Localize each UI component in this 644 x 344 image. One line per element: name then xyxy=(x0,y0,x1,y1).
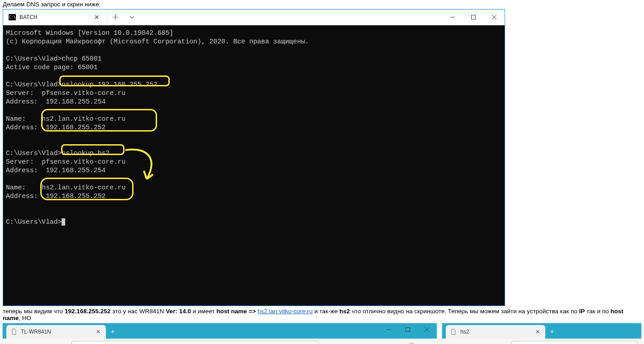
outro-seg: теперь мы видим что xyxy=(3,308,65,315)
outro-text: теперь мы видим что 192.168.255.252 это … xyxy=(3,308,641,321)
terminal-window: C:\ BATCH ✕ Microsof xyxy=(3,9,505,306)
outro-ipword: IP xyxy=(579,308,585,315)
page-icon xyxy=(450,329,457,335)
new-tab-button[interactable] xyxy=(107,9,124,25)
outro-seg: что отлично видно на скриншоте. Теперь м… xyxy=(350,308,579,315)
browser-minimize[interactable] xyxy=(381,323,397,336)
term-line: C:\Users\Vlad>chcp 65001 xyxy=(6,55,102,62)
term-line: C:\Users\Vlad> xyxy=(6,218,62,226)
browser-maximize[interactable] xyxy=(400,323,416,336)
terminal-output[interactable]: Microsoft Windows [Version 10.0.19042.68… xyxy=(3,25,505,306)
browser-tab[interactable]: TL-WR841N ✕ xyxy=(6,325,106,339)
terminal-titlebar[interactable]: C:\ BATCH ✕ xyxy=(3,9,505,25)
address-bar[interactable]: Небезопасно | 192.168.255.252 xyxy=(72,341,319,344)
browser-toolbar-left: Небезопасно | 192.168.255.252 ABP ⋯ xyxy=(3,339,437,344)
outro-link[interactable]: hs2.lan.vitko-core.ru xyxy=(258,308,313,315)
svg-rect-0 xyxy=(472,15,476,19)
favorite-button[interactable] xyxy=(321,340,335,344)
nav-back-button[interactable] xyxy=(446,340,460,344)
tab-dropdown-button[interactable] xyxy=(124,9,140,25)
svg-rect-1 xyxy=(406,328,410,332)
browser-window-left: TL-WR841N ✕ ＋ Небе xyxy=(3,323,437,344)
term-line: (c) Корпорация Майкрософт (Microsoft Cor… xyxy=(6,38,309,45)
browser-tabs-right[interactable]: hs2 ✕ ＋ xyxy=(442,323,641,339)
nav-back-button[interactable] xyxy=(6,340,21,344)
nav-home-button[interactable] xyxy=(55,340,70,344)
outro-ip: 192.168.255.252 xyxy=(65,308,110,315)
term-line: Address: 192.168.255.252 xyxy=(6,124,105,131)
term-line: Address: 192.168.255.254 xyxy=(6,167,105,174)
nav-forward-button[interactable] xyxy=(23,340,37,344)
outro-seg: и имеет xyxy=(191,308,216,315)
term-line: Name: hs2.lan.vitko-core.ru xyxy=(6,115,125,123)
outro-seg: это у нас WR841N xyxy=(110,308,166,315)
highlight-arrow xyxy=(122,142,167,187)
browser-toolbar-right: Небезопасно | hs2/ xyxy=(442,339,641,344)
terminal-tab[interactable]: C:\ BATCH ✕ xyxy=(3,9,107,25)
new-browser-tab[interactable]: ＋ xyxy=(545,325,559,339)
term-line: Name: hs2.lan.vitko-core.ru xyxy=(6,184,125,191)
browser-tab-title: hs2 xyxy=(460,329,531,335)
nav-home-button[interactable] xyxy=(495,340,509,344)
terminal-cursor xyxy=(62,218,65,226)
browser-tab-close[interactable]: ✕ xyxy=(534,329,541,335)
browser-tab-title: TL-WR841N xyxy=(21,329,91,335)
intro-text: Делаем DNS запрос и скрин ниже: xyxy=(3,1,641,8)
outro-seg: так и по xyxy=(585,308,611,315)
term-line: Server: pfsense.vitko-core.ru xyxy=(6,90,125,97)
browser-close[interactable] xyxy=(419,323,435,336)
browser-tab[interactable]: hs2 ✕ xyxy=(446,325,545,339)
tab-close-button[interactable]: ✕ xyxy=(92,14,101,21)
nav-refresh-button[interactable] xyxy=(39,340,53,344)
browser-tabs-left[interactable]: TL-WR841N ✕ ＋ xyxy=(3,323,437,339)
term-line: Microsoft Windows [Version 10.0.19042.68… xyxy=(6,29,173,37)
term-line: Address: 192.168.255.254 xyxy=(6,98,105,105)
outro-seg: и так-же xyxy=(313,308,339,315)
term-line: Server: pfsense.vitko-core.ru xyxy=(6,158,125,165)
new-browser-tab[interactable]: ＋ xyxy=(106,325,119,339)
cmd-icon: C:\ xyxy=(9,14,16,20)
maximize-button[interactable] xyxy=(463,9,484,25)
term-line: Address: 192.168.255.252 xyxy=(6,193,105,200)
outro-ver: Ver: 14.0 xyxy=(166,308,191,315)
term-line: C:\Users\Vlad>nslookup 192.168.255.252 xyxy=(6,81,157,88)
page-icon xyxy=(11,329,17,335)
nav-refresh-button[interactable] xyxy=(478,340,493,344)
outro-seg: , НО xyxy=(19,315,31,321)
nav-forward-button[interactable] xyxy=(462,340,477,344)
close-window-button[interactable] xyxy=(484,9,505,25)
term-line: Active code page: 65001 xyxy=(6,64,98,71)
outro-hostlabel: host name => xyxy=(216,308,256,315)
address-bar[interactable]: Небезопасно | hs2/ xyxy=(511,341,638,344)
browser-window-right: hs2 ✕ ＋ Небезопасно | hs2/ xyxy=(442,323,641,344)
term-line: C:\Users\Vlad>nslookup hs2 xyxy=(6,150,110,157)
terminal-tab-title: BATCH xyxy=(19,14,89,20)
browser-tab-close[interactable]: ✕ xyxy=(95,329,101,335)
outro-hs2: hs2 xyxy=(339,308,350,315)
minimize-button[interactable] xyxy=(442,9,463,25)
